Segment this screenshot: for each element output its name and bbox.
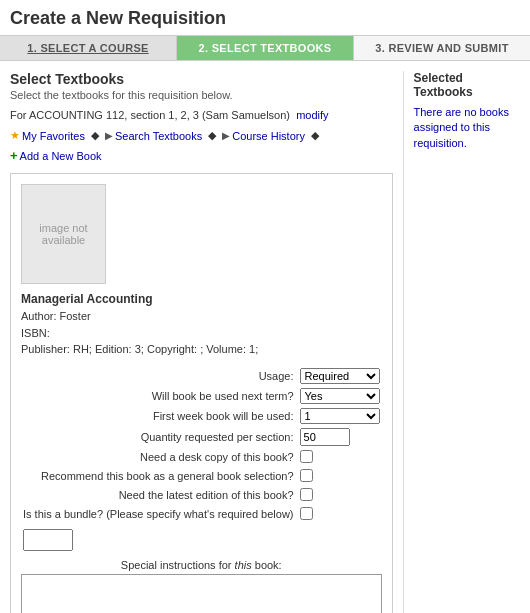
bundle-text-input[interactable] <box>23 529 73 551</box>
book-author: Author: Foster <box>21 308 382 325</box>
bundle-cell <box>298 505 382 524</box>
search-link[interactable]: Search Textbooks <box>115 130 202 142</box>
add-book-link-item: + Add a New Book <box>10 148 102 163</box>
selected-textbooks-heading: Selected Textbooks <box>414 71 520 99</box>
general-book-cell <box>298 467 382 486</box>
step1-link[interactable]: 1. Select a Course <box>27 42 148 54</box>
book-isbn: ISBN: <box>21 325 382 342</box>
nav-sep-3: ◆ <box>311 129 319 142</box>
step-3: 3. Review and Submit <box>354 36 530 60</box>
history-link[interactable]: Course History <box>232 130 305 142</box>
course-label: For ACCOUNTING 112, section 1, 2, 3 (Sam… <box>10 109 290 121</box>
right-panel: Selected Textbooks There are no books as… <box>403 71 520 613</box>
search-arrow-icon: ▶ <box>105 130 113 141</box>
bundle-input-cell <box>21 524 382 553</box>
step-1[interactable]: 1. Select a Course <box>0 36 177 60</box>
desk-copy-checkbox[interactable] <box>300 450 313 463</box>
main-content: Select Textbooks Select the textbooks fo… <box>0 71 530 613</box>
book-publisher: Publisher: RH; Edition: 3; Copyright: ; … <box>21 341 382 358</box>
next-term-cell: Yes No <box>298 386 382 406</box>
usage-select[interactable]: Required Recommended Optional <box>300 368 380 384</box>
general-book-checkbox[interactable] <box>300 469 313 482</box>
special-instructions-textarea[interactable] <box>21 574 382 614</box>
book-image: image not available <box>21 184 106 284</box>
nav-sep-2: ◆ <box>208 129 216 142</box>
next-term-select[interactable]: Yes No <box>300 388 380 404</box>
search-link-item: ▶ Search Textbooks <box>105 129 202 142</box>
book-panel: image not available Managerial Accountin… <box>10 173 393 613</box>
usage-label: Usage: <box>21 366 298 386</box>
next-term-label: Will book be used next term? <box>21 386 298 406</box>
left-panel: Select Textbooks Select the textbooks fo… <box>10 71 403 613</box>
quantity-label: Quantity requested per section: <box>21 426 298 448</box>
modify-link[interactable]: modify <box>296 109 328 121</box>
course-info: For ACCOUNTING 112, section 1, 2, 3 (Sam… <box>10 109 393 121</box>
no-books-message: There are no books assigned to this requ… <box>414 105 520 151</box>
latest-edition-label: Need the latest edition of this book? <box>21 486 298 505</box>
favorites-link-item: ★ My Favorites <box>10 129 85 142</box>
step-2: 2. Select Textbooks <box>177 36 354 60</box>
page-title: Create a New Requisition <box>0 0 530 35</box>
latest-edition-checkbox[interactable] <box>300 488 313 501</box>
desk-copy-label: Need a desk copy of this book? <box>21 448 298 467</box>
general-book-label: Recommend this book as a general book se… <box>21 467 298 486</box>
nav-sep-1: ◆ <box>91 129 99 142</box>
section-heading: Select Textbooks <box>10 71 393 87</box>
book-title: Managerial Accounting <box>21 292 382 306</box>
bundle-checkbox[interactable] <box>300 507 313 520</box>
quantity-cell <box>298 426 382 448</box>
book-form: Usage: Required Recommended Optional Wil… <box>21 366 382 553</box>
usage-cell: Required Recommended Optional <box>298 366 382 386</box>
latest-edition-cell <box>298 486 382 505</box>
first-week-select[interactable]: 1234 5678 <box>300 408 380 424</box>
bundle-label: Is this a bundle? (Please specify what's… <box>21 505 298 524</box>
first-week-cell: 1234 5678 <box>298 406 382 426</box>
special-instructions-label: Special instructions for this book: <box>21 559 382 571</box>
favorites-link[interactable]: My Favorites <box>22 130 85 142</box>
quantity-input[interactable] <box>300 428 350 446</box>
steps-bar: 1. Select a Course 2. Select Textbooks 3… <box>0 35 530 61</box>
history-arrow-icon: ▶ <box>222 130 230 141</box>
nav-links: ★ My Favorites ◆ ▶ Search Textbooks ◆ ▶ … <box>10 129 393 163</box>
desk-copy-cell <box>298 448 382 467</box>
history-link-item: ▶ Course History <box>222 129 305 142</box>
first-week-label: First week book will be used: <box>21 406 298 426</box>
plus-icon: + <box>10 148 18 163</box>
star-icon: ★ <box>10 129 20 142</box>
add-book-link[interactable]: Add a New Book <box>20 150 102 162</box>
section-subtitle: Select the textbooks for this requisitio… <box>10 89 393 101</box>
